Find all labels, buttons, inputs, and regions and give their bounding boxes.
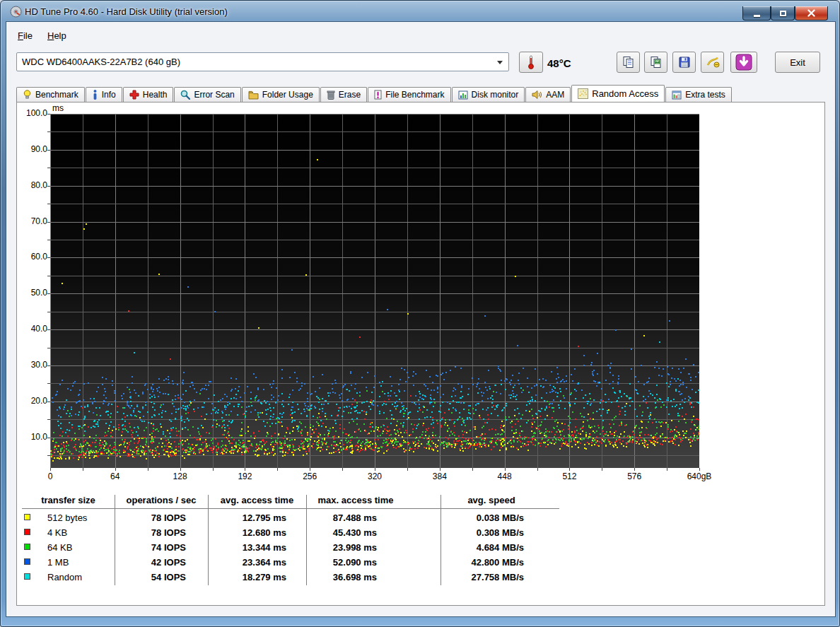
app-icon bbox=[10, 6, 22, 18]
column-divider bbox=[208, 495, 209, 585]
max-access-value: 87.488 ms bbox=[305, 512, 377, 523]
x-tick-mark bbox=[667, 468, 667, 471]
x-tick-label: 640gB bbox=[677, 471, 722, 481]
tab-disk-monitor-label: Disk monitor bbox=[472, 90, 519, 100]
chevron-down-icon bbox=[497, 61, 503, 64]
tab-aam-label: AAM bbox=[546, 90, 564, 100]
column-header-transfer-size: transfer size bbox=[22, 495, 115, 505]
exit-button[interactable]: Exit bbox=[775, 52, 820, 73]
x-tick-label: 64 bbox=[93, 471, 138, 481]
x-tick-mark bbox=[310, 468, 310, 471]
minimize-button[interactable] bbox=[742, 6, 771, 20]
x-tick-mark bbox=[440, 468, 441, 471]
app-window: HD Tune Pro 4.60 - Hard Disk Utility (tr… bbox=[0, 0, 840, 627]
y-tick-label: 50.0 bbox=[21, 288, 47, 298]
tab-random-access[interactable]: Random Access bbox=[571, 85, 665, 102]
tab-aam[interactable]: AAM bbox=[525, 87, 571, 102]
random-access-icon bbox=[578, 88, 588, 99]
ops-value: 74 IOPS bbox=[121, 542, 186, 553]
avg-access-value: 13.344 ms bbox=[213, 542, 286, 553]
column-divider bbox=[115, 495, 115, 585]
ops-value: 42 IOPS bbox=[121, 557, 186, 568]
tab-info[interactable]: Info bbox=[86, 87, 122, 102]
menu-file[interactable]: File bbox=[13, 29, 37, 42]
column-header-avg-access: avg. access time bbox=[208, 495, 306, 505]
x-tick-label: 320 bbox=[352, 471, 397, 481]
y-tick-label: 30.0 bbox=[21, 360, 47, 370]
tab-random-access-label: Random Access bbox=[592, 88, 658, 99]
tab-file-benchmark[interactable]: File Benchmark bbox=[368, 87, 450, 102]
avg-access-value: 12.680 ms bbox=[213, 527, 286, 538]
x-tick-mark bbox=[148, 468, 148, 471]
copy-image-button[interactable] bbox=[644, 52, 667, 73]
max-access-value: 36.698 ms bbox=[305, 572, 377, 582]
copy-image-icon bbox=[650, 56, 663, 69]
y-tick-mark bbox=[47, 329, 50, 330]
minimize-icon bbox=[754, 15, 760, 17]
x-tick-label: 448 bbox=[482, 471, 527, 481]
x-tick-mark bbox=[569, 468, 570, 471]
thermometer-icon bbox=[527, 55, 535, 69]
x-tick-label: 0 bbox=[28, 471, 73, 481]
disk-monitor-icon bbox=[458, 90, 468, 100]
maximize-icon bbox=[780, 11, 786, 16]
close-button[interactable] bbox=[795, 6, 828, 20]
x-tick-mark bbox=[699, 468, 700, 471]
maximize-button[interactable] bbox=[771, 6, 795, 20]
drive-selector[interactable]: WDC WD6400AAKS-22A7B2 (640 gB) bbox=[16, 52, 509, 71]
tab-health[interactable]: Health bbox=[123, 87, 174, 102]
ops-value: 78 IOPS bbox=[121, 527, 186, 538]
avg-speed-value: 0.038 MB/s bbox=[439, 512, 524, 523]
x-tick-mark bbox=[342, 468, 343, 471]
tab-error-scan[interactable]: Error Scan bbox=[174, 87, 240, 102]
x-tick-mark bbox=[537, 468, 538, 471]
tab-file-benchmark-label: File Benchmark bbox=[385, 90, 444, 100]
exit-button-label: Exit bbox=[790, 57, 805, 68]
save-button[interactable] bbox=[672, 52, 696, 73]
x-tick-label: 128 bbox=[158, 471, 203, 481]
tab-error-scan-label: Error Scan bbox=[194, 90, 234, 100]
menu-help[interactable]: Help bbox=[42, 29, 71, 42]
y-tick-mark bbox=[47, 383, 50, 384]
speaker-icon bbox=[532, 90, 542, 100]
tab-extra-tests[interactable]: Extra tests bbox=[665, 87, 732, 102]
download-arrow-icon bbox=[735, 54, 752, 71]
copy-icon bbox=[622, 56, 635, 69]
x-tick-mark bbox=[375, 468, 375, 471]
y-tick-mark bbox=[47, 365, 50, 366]
options-button[interactable] bbox=[701, 52, 724, 73]
y-tick-label: 90.0 bbox=[21, 144, 47, 154]
tab-folder-usage-label: Folder Usage bbox=[262, 90, 313, 100]
x-tick-mark bbox=[83, 468, 83, 471]
y-tick-label: 10.0 bbox=[21, 432, 47, 442]
tab-disk-monitor[interactable]: Disk monitor bbox=[452, 87, 525, 102]
tab-erase[interactable]: Erase bbox=[320, 87, 367, 102]
y-tick-mark bbox=[47, 438, 50, 438]
file-benchmark-icon bbox=[374, 90, 382, 100]
x-tick-mark bbox=[245, 468, 245, 471]
column-header-avg-speed: avg. speed bbox=[441, 495, 542, 505]
tab-benchmark[interactable]: Benchmark bbox=[16, 87, 85, 102]
y-tick-mark bbox=[47, 131, 50, 132]
tab-folder-usage[interactable]: Folder Usage bbox=[242, 87, 320, 102]
ops-value: 78 IOPS bbox=[121, 512, 186, 523]
x-tick-mark bbox=[505, 468, 506, 471]
y-tick-mark bbox=[47, 204, 50, 204]
x-tick-mark bbox=[115, 468, 116, 471]
x-tick-mark bbox=[472, 468, 473, 471]
tab-strip: Benchmark Info Health Error Scan bbox=[16, 85, 733, 102]
temperature-button[interactable] bbox=[519, 52, 543, 73]
ops-value: 54 IOPS bbox=[121, 572, 186, 582]
x-tick-mark bbox=[213, 468, 214, 471]
x-tick-label: 512 bbox=[547, 471, 592, 481]
series-swatch-4kb bbox=[24, 529, 30, 535]
temperature-value: 48°C bbox=[547, 57, 571, 69]
copy-text-button[interactable] bbox=[617, 52, 640, 73]
series-label: 4 KB bbox=[47, 527, 67, 538]
download-button[interactable] bbox=[730, 52, 757, 73]
series-label: 512 bytes bbox=[47, 512, 87, 523]
table-header-rule bbox=[22, 508, 559, 509]
magnifier-icon bbox=[180, 90, 190, 100]
y-tick-mark bbox=[47, 222, 50, 223]
x-tick-label: 384 bbox=[417, 471, 462, 481]
